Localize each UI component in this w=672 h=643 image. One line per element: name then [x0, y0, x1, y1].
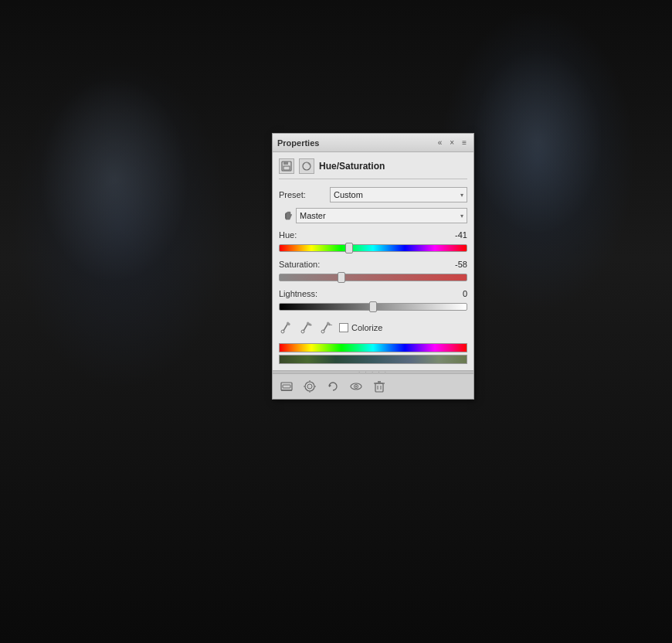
eyedropper-subtract-icon[interactable]: − — [319, 320, 334, 335]
panel-header: Hue/Saturation — [279, 158, 467, 179]
hue-section: Hue: -41 — [279, 230, 467, 255]
preset-label: Preset: — [279, 190, 325, 199]
clip-to-layer-button[interactable] — [279, 379, 294, 394]
hue-label: Hue: — [279, 230, 297, 240]
color-bars — [279, 343, 467, 364]
preset-arrow: ▾ — [460, 192, 463, 199]
channel-select[interactable]: Master ▾ — [296, 208, 467, 223]
eyedropper-icon[interactable] — [279, 320, 294, 335]
visibility-button[interactable] — [348, 379, 364, 394]
lightness-value: 0 — [444, 289, 467, 298]
result-color-bar — [279, 355, 467, 364]
hue-slider-container[interactable] — [279, 241, 467, 255]
svg-point-6 — [281, 330, 284, 333]
svg-rect-4 — [285, 213, 287, 219]
hue-header: Hue: -41 — [279, 230, 467, 240]
close-button[interactable]: × — [447, 138, 456, 148]
channel-row: Master ▾ — [279, 207, 467, 224]
delete-button[interactable] — [372, 379, 387, 394]
eyedropper-add-icon[interactable]: + — [299, 320, 314, 335]
lightness-section: Lightness: 0 — [279, 289, 467, 314]
preset-select[interactable]: Custom ▾ — [330, 187, 467, 202]
panel-footer — [273, 373, 473, 399]
lightness-slider-container[interactable] — [279, 300, 467, 314]
lightness-thumb[interactable] — [369, 301, 377, 312]
eyedropper-add-svg: + — [300, 322, 313, 334]
lightness-header: Lightness: 0 — [279, 289, 467, 298]
save-icon — [281, 161, 292, 172]
svg-text:−: − — [329, 322, 333, 328]
expand-icon — [303, 379, 317, 393]
channel-value: Master — [300, 211, 326, 220]
svg-text:+: + — [309, 322, 312, 328]
title-bar: Properties « × ≡ — [273, 134, 473, 152]
expand-view-button[interactable] — [302, 379, 317, 394]
preset-row: Preset: Custom ▾ — [279, 187, 467, 202]
colorize-checkbox[interactable] — [339, 323, 348, 332]
colorize-label: Colorize — [351, 323, 382, 332]
channel-arrow: ▾ — [460, 213, 463, 219]
saturation-header: Saturation: -58 — [279, 260, 467, 269]
svg-point-13 — [321, 330, 324, 333]
hue-color-bar — [279, 343, 467, 352]
menu-button[interactable]: ≡ — [460, 138, 469, 148]
eyedropper-svg — [280, 322, 293, 334]
circle-icon-button[interactable] — [299, 158, 314, 174]
reset-icon — [326, 379, 340, 393]
saturation-label: Saturation: — [279, 260, 320, 269]
clip-icon — [280, 379, 294, 393]
svg-point-28 — [355, 386, 357, 387]
tools-row: + − Colorize — [279, 320, 467, 335]
scroll-dots: · · · · · — [358, 369, 388, 376]
hue-thumb[interactable] — [345, 243, 353, 253]
preset-value: Custom — [334, 190, 363, 199]
colorize-row: Colorize — [339, 323, 382, 332]
reset-button[interactable] — [325, 379, 341, 394]
circle-icon — [301, 161, 312, 172]
saturation-section: Saturation: -58 — [279, 260, 467, 284]
saturation-thumb[interactable] — [338, 272, 345, 283]
saturation-slider-container[interactable] — [279, 270, 467, 284]
title-bar-left: Properties — [277, 138, 319, 148]
title-bar-controls: « × ≡ — [436, 138, 469, 148]
svg-point-20 — [307, 384, 312, 389]
lightness-track[interactable] — [279, 303, 467, 311]
hue-value: -41 — [444, 230, 467, 240]
collapse-button[interactable]: « — [436, 138, 445, 148]
eyedropper-subtract-svg: − — [321, 322, 333, 334]
svg-point-19 — [305, 382, 314, 391]
footer-icons — [279, 379, 387, 394]
hand-svg — [280, 209, 294, 223]
hue-track[interactable] — [279, 244, 467, 252]
svg-point-9 — [301, 330, 304, 333]
lightness-label: Lightness: — [279, 289, 317, 298]
panel-title: Properties — [277, 138, 319, 148]
svg-rect-17 — [283, 385, 290, 388]
trash-icon — [372, 379, 386, 393]
panel-body: Hue/Saturation Preset: Custom ▾ Master ▾ — [273, 152, 473, 370]
eye-icon — [349, 379, 363, 393]
properties-panel: Properties « × ≡ Hue/ — [272, 133, 474, 400]
saturation-value: -58 — [444, 260, 467, 269]
svg-rect-29 — [375, 383, 383, 392]
adjustment-title: Hue/Saturation — [319, 161, 385, 172]
save-icon-button[interactable] — [279, 158, 294, 174]
hand-tool-icon[interactable] — [279, 207, 296, 224]
saturation-track[interactable] — [279, 274, 467, 281]
svg-rect-1 — [283, 162, 288, 165]
svg-rect-2 — [283, 166, 290, 170]
svg-marker-25 — [329, 384, 331, 387]
